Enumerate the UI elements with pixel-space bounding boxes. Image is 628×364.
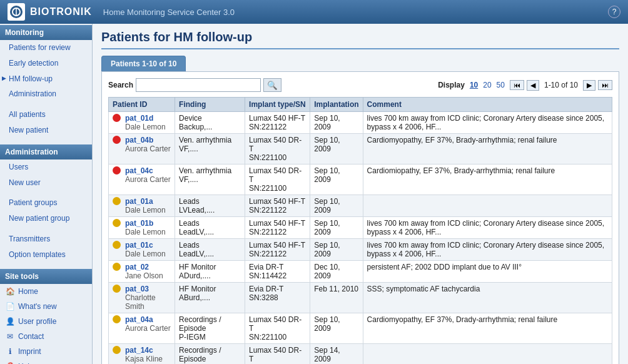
table-row: pat_02Jane OlsonHF Monitor ADurd,....Evi…	[109, 261, 612, 283]
app-title: Home Monitoring Service Center 3.0	[103, 8, 235, 17]
implant-cell: Lumax 540 DR-T SN:221100	[245, 313, 310, 344]
implant-cell: Lumax 540 DR-T SN:221200	[245, 344, 310, 365]
sidebar-item-imprint[interactable]: ℹ Imprint	[0, 344, 92, 359]
next-page-button[interactable]: ▶	[583, 80, 595, 91]
sidebar-item-hm-follow-up[interactable]: HM follow-up	[0, 71, 92, 87]
patient-name: Aurora Carter	[125, 144, 171, 153]
sidebar-item-patient-groups[interactable]: Patient groups	[0, 195, 92, 211]
imprint-icon: ℹ	[5, 346, 15, 356]
sidebar-user-profile-label: User profile	[18, 317, 56, 326]
sidebar-item-users[interactable]: Users	[0, 159, 92, 175]
sidebar-item-whats-new[interactable]: 📄 What's new	[0, 299, 92, 314]
status-indicator	[113, 241, 121, 249]
sidebar-item-transmitters[interactable]: Transmitters	[0, 231, 92, 247]
finding-cell: Recordings / Episode IEGM	[175, 344, 245, 365]
implantation-cell: Sep 10, 2009	[310, 239, 363, 261]
logo-text: BIOTRONIK	[30, 6, 92, 18]
sidebar-item-early-detection[interactable]: Early detection	[0, 56, 92, 71]
last-page-button[interactable]: ⏭	[598, 80, 612, 90]
table-row: pat_14cKajsa KlineRecordings / Episode I…	[109, 344, 612, 365]
display-20[interactable]: 20	[483, 81, 491, 89]
status-indicator	[113, 219, 121, 227]
sidebar-monitoring-header: Monitoring	[0, 25, 92, 40]
search-button[interactable]: 🔍	[263, 78, 281, 92]
status-indicator	[113, 197, 121, 205]
search-input[interactable]	[136, 78, 261, 92]
implantation-cell: Feb 11, 2010	[310, 283, 363, 313]
patient-id-link[interactable]: pat_01a	[125, 197, 166, 206]
sidebar-item-new-user[interactable]: New user	[0, 175, 92, 191]
implant-cell: Lumax 540 HF-T SN:221122	[245, 195, 310, 217]
patient-id-cell: pat_04aAurora Carter	[109, 313, 175, 344]
page-info: 1-10 of 10	[542, 81, 580, 89]
biotronik-logo-icon	[8, 3, 25, 21]
implant-cell: Lumax 540 HF-T SN:221122	[245, 217, 310, 239]
table-row: pat_03Charlotte SmithHF Monitor ABurd,..…	[109, 283, 612, 313]
patient-id-link[interactable]: pat_01d	[125, 114, 166, 123]
sidebar-item-new-patient-group[interactable]: New patient group	[0, 211, 92, 226]
layout: Monitoring Patients for review Early det…	[0, 24, 628, 364]
status-indicator	[113, 166, 121, 174]
help-icon: ❓	[5, 361, 15, 364]
prev-page-button[interactable]: ◀	[527, 80, 539, 91]
patient-name: Charlotte Smith	[125, 293, 171, 311]
patient-id-link[interactable]: pat_01b	[125, 219, 166, 228]
col-patient-id: Patient ID	[109, 98, 175, 112]
help-button[interactable]: ?	[608, 6, 620, 18]
implantation-cell: Sep 10, 2009	[310, 313, 363, 344]
finding-cell: HF Monitor ABurd,....	[175, 283, 245, 313]
implantation-cell: Sep 10, 2009	[310, 195, 363, 217]
patient-id-cell: pat_04cAurora Carter	[109, 164, 175, 195]
sidebar-item-help[interactable]: ❓ Help	[0, 359, 92, 364]
status-indicator	[113, 346, 121, 354]
patient-id-link[interactable]: pat_04c	[125, 166, 171, 175]
implantation-cell: Sep 10, 2009	[310, 134, 363, 164]
patient-id-link[interactable]: pat_03	[125, 285, 171, 293]
sidebar-item-all-patients[interactable]: All patients	[0, 107, 92, 123]
patient-id-link[interactable]: pat_02	[125, 263, 163, 271]
tab-patients[interactable]: Patients 1-10 of 10	[101, 56, 186, 71]
patient-id-cell: pat_02Jane Olson	[109, 261, 175, 283]
first-page-button[interactable]: ⏮	[510, 80, 524, 90]
table-row: pat_04aAurora CarterRecordings / Episode…	[109, 313, 612, 344]
tab-bar: Patients 1-10 of 10	[101, 56, 619, 71]
implantation-cell: Sep 10, 2009	[310, 112, 363, 134]
table-row: pat_01bDale LemonLeads LeadLV,....Lumax …	[109, 217, 612, 239]
sidebar-item-home[interactable]: 🏠 Home	[0, 284, 92, 299]
status-indicator	[113, 315, 121, 323]
status-indicator	[113, 114, 121, 122]
display-10[interactable]: 10	[470, 81, 478, 89]
comment-cell: lives 700 km away from ICD clinic; Coron…	[363, 217, 612, 239]
display-50[interactable]: 50	[497, 81, 505, 89]
contact-icon: ✉	[5, 331, 15, 341]
table-row: pat_01cDale LemonLeads LeadLV,....Lumax …	[109, 239, 612, 261]
search-area: Search 🔍	[108, 78, 281, 92]
main-content: Patients for HM follow-up Patients 1-10 …	[93, 24, 628, 364]
table-row: pat_01dDale LemonDevice Backup,...Lumax …	[109, 112, 612, 134]
comment-cell: Cardiomyopathy, EF 37%, Drady-arrhythmia…	[363, 313, 612, 344]
sidebar-item-administration-monitoring[interactable]: Administration	[0, 86, 92, 102]
patient-name: Aurora Carter	[125, 175, 171, 184]
sidebar-item-new-patient[interactable]: New patient	[0, 123, 92, 138]
implantation-cell: Sep 10, 2009	[310, 217, 363, 239]
col-implantation: Implantation	[310, 98, 363, 112]
patient-id-cell: pat_01bDale Lemon	[109, 217, 175, 239]
comment-cell	[363, 195, 612, 217]
display-area: Display 10 20 50 ⏮ ◀ 1-10 of 10 ▶ ⏭	[438, 80, 612, 91]
logo-area: BIOTRONIK Home Monitoring Service Center…	[8, 3, 235, 21]
patient-id-link[interactable]: pat_01c	[125, 241, 166, 250]
patient-id-link[interactable]: pat_04a	[125, 315, 171, 324]
status-indicator	[113, 263, 121, 271]
finding-cell: Device Backup,...	[175, 112, 245, 134]
patient-id-link[interactable]: pat_04b	[125, 136, 171, 144]
sidebar-item-patients-for-review[interactable]: Patients for review	[0, 40, 92, 56]
patient-name: Dale Lemon	[125, 123, 166, 131]
sidebar-item-user-profile[interactable]: 👤 User profile	[0, 314, 92, 329]
sidebar: Monitoring Patients for review Early det…	[0, 24, 93, 364]
patient-id-link[interactable]: pat_14c	[125, 346, 163, 355]
comment-cell: SSS; symptomatic AF tachycardia	[363, 283, 612, 313]
sidebar-whats-new-label: What's new	[18, 302, 57, 311]
sidebar-item-option-templates[interactable]: Option templates	[0, 247, 92, 263]
sidebar-item-contact[interactable]: ✉ Contact	[0, 329, 92, 344]
finding-cell: Ven. arrhythmia VF,....	[175, 164, 245, 195]
